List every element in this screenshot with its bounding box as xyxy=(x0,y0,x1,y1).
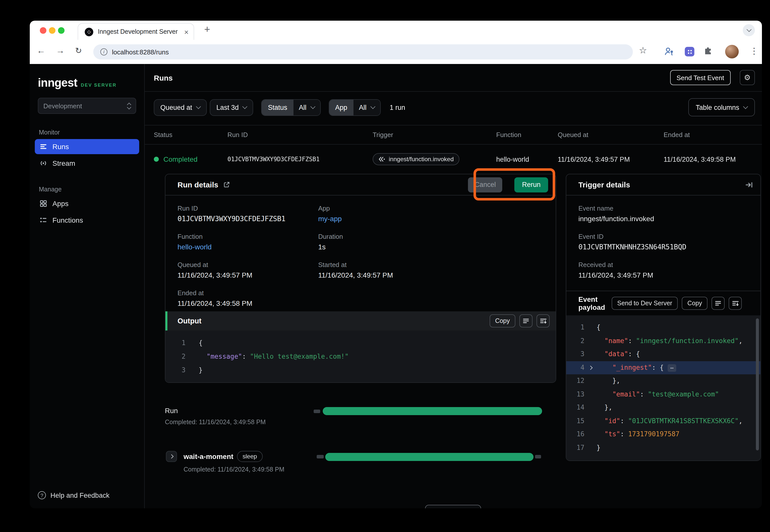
lines-icon xyxy=(715,301,721,306)
browser-tab[interactable]: ◇ Inngest Development Server × xyxy=(78,23,194,40)
sidebar-item-label: Runs xyxy=(52,143,69,151)
chevron-down-icon xyxy=(196,104,201,109)
maximize-window-button[interactable] xyxy=(58,27,64,34)
tab-strip: ◇ Inngest Development Server × + xyxy=(30,21,762,40)
partial-bottom-button[interactable] xyxy=(425,505,481,508)
code-line: 12 }, xyxy=(566,374,760,388)
sidebar-item-label: Functions xyxy=(52,216,83,224)
sidebar-item-stream[interactable]: Stream xyxy=(35,156,139,171)
col-queued-at: Queued at xyxy=(558,131,664,139)
wrap-lines-button[interactable] xyxy=(712,297,725,310)
scroll-bottom-button[interactable] xyxy=(536,314,549,327)
app-filter[interactable]: App All xyxy=(329,99,380,116)
environment-select[interactable]: Development xyxy=(38,98,136,114)
run-details-title: Run details xyxy=(177,180,218,189)
reload-button[interactable]: ↻ xyxy=(75,46,82,55)
expand-chevron-icon[interactable] xyxy=(589,365,593,370)
output-section: Output Copy 1{ 2 "message": "Hello test@… xyxy=(165,311,556,382)
event-icon xyxy=(378,156,385,162)
open-external-icon[interactable] xyxy=(224,181,230,188)
chevron-down-icon xyxy=(743,104,748,109)
run-status: Completed xyxy=(154,155,228,163)
manage-section-label: Manage xyxy=(39,186,135,193)
sidebar-item-runs[interactable]: Runs xyxy=(35,139,139,154)
cancel-button[interactable]: Cancel xyxy=(468,177,502,192)
sidebar-item-label: Apps xyxy=(52,199,69,208)
col-ended-at: Ended at xyxy=(664,131,762,139)
function-link[interactable]: hello-world xyxy=(177,243,318,251)
status-dot-icon xyxy=(154,157,159,162)
time-range-value: Last 3d xyxy=(216,104,239,111)
close-window-button[interactable] xyxy=(40,27,46,34)
logo-row: inngest DEV SERVER xyxy=(30,77,144,89)
help-icon: ? xyxy=(38,491,46,499)
send-test-event-button[interactable]: Send Test Event xyxy=(670,70,731,85)
collapsed-ellipsis[interactable]: ⋯ xyxy=(668,364,676,372)
code-line: 16 "ts": 1731790197587 xyxy=(566,428,760,441)
extensions-puzzle-icon[interactable] xyxy=(703,47,713,58)
timeline-tick xyxy=(314,410,320,413)
event-payload-header: Event payload Send to Dev Server Copy xyxy=(566,291,760,315)
col-trigger: Trigger xyxy=(373,131,496,139)
extension-badge-icon[interactable] xyxy=(685,47,694,56)
duration-value: 1s xyxy=(318,243,547,251)
received-at-value: 11/16/2024, 3:49:57 PM xyxy=(579,271,750,279)
payload-scrollbar[interactable] xyxy=(756,318,759,450)
runs-icon xyxy=(39,143,47,151)
page-header: Runs Send Test Event ⚙ xyxy=(145,64,762,92)
output-copy-button[interactable]: Copy xyxy=(490,314,515,327)
forward-button[interactable]: → xyxy=(56,46,64,56)
new-tab-button[interactable]: + xyxy=(204,24,210,35)
address-field[interactable]: i localhost:8288/runs xyxy=(93,44,633,59)
sidebar-item-apps[interactable]: Apps xyxy=(35,196,139,211)
browser-menu-kebab-icon[interactable]: ⋮ xyxy=(750,46,758,56)
rerun-button[interactable]: Rerun xyxy=(514,177,548,192)
collapsed-code-line[interactable]: 4 "_inngest": {⋯ xyxy=(566,361,760,374)
run-details-panel: Run details Cancel Rerun Run ID01JCVBTMV… xyxy=(165,174,556,383)
settings-gear-button[interactable]: ⚙ xyxy=(740,70,755,85)
browser-window: ◇ Inngest Development Server × + ← → ↻ i… xyxy=(30,21,762,508)
run-duration-bar[interactable] xyxy=(323,407,542,415)
send-to-dev-server-button[interactable]: Send to Dev Server xyxy=(612,297,678,310)
wrap-lines-button[interactable] xyxy=(519,314,532,327)
bookmark-star-icon[interactable]: ☆ xyxy=(639,45,647,56)
profile-avatar[interactable] xyxy=(725,45,739,58)
table-columns-button[interactable]: Table columns xyxy=(688,98,755,116)
code-line: 1{ xyxy=(165,336,556,350)
scroll-bottom-button[interactable] xyxy=(729,297,742,310)
stream-icon xyxy=(39,159,47,167)
step-completed-text: Completed: 11/16/2024, 3:49:58 PM xyxy=(183,466,284,473)
run-fields: Run ID01JCVBTMV3WXY9D3CFDEJFZSB1 Appmy-a… xyxy=(165,195,556,307)
tab-close-icon[interactable]: × xyxy=(184,28,188,36)
site-info-icon[interactable]: i xyxy=(100,48,107,55)
help-and-feedback[interactable]: ? Help and Feedback xyxy=(38,491,109,499)
trigger-badge[interactable]: inngest/function.invoked xyxy=(373,153,459,165)
tab-search-button[interactable] xyxy=(743,24,755,36)
status-filter[interactable]: Status All xyxy=(262,99,321,116)
status-filter-value[interactable]: All xyxy=(293,99,320,115)
app-label: App xyxy=(318,205,547,212)
run-id-label: Run ID xyxy=(177,205,318,212)
app-link[interactable]: my-app xyxy=(318,215,547,223)
app-filter-value[interactable]: All xyxy=(353,99,380,115)
code-line: 15 "id": "01JCVBTMTKR41S8STTKEXSKX6C", xyxy=(566,414,760,428)
sidebar-item-functions[interactable]: Functions xyxy=(35,213,139,228)
minimize-window-button[interactable] xyxy=(49,27,55,34)
received-at-label: Received at xyxy=(579,261,750,269)
collapse-panel-icon[interactable] xyxy=(745,181,753,188)
event-payload-title: Event payload xyxy=(579,295,608,311)
queued-at-cell: 11/16/2024, 3:49:57 PM xyxy=(558,155,664,163)
expand-step-button[interactable] xyxy=(166,451,177,462)
passkey-icon[interactable] xyxy=(664,46,674,58)
step-duration-bar[interactable] xyxy=(325,453,533,461)
payload-copy-button[interactable]: Copy xyxy=(682,297,708,310)
filter-bar: Queued at Last 3d Status All App All 1 r… xyxy=(145,96,762,119)
table-row[interactable]: Completed 01JCVBTMV3WXY9D3CFDEJFZSB1 inn… xyxy=(145,145,762,174)
time-range-dropdown[interactable]: Last 3d xyxy=(210,99,254,116)
ended-at-cell: 11/16/2024, 3:49:58 PM xyxy=(664,155,762,163)
step-name: wait-a-moment xyxy=(183,452,234,460)
queued-at-dropdown[interactable]: Queued at xyxy=(154,99,207,116)
back-button[interactable]: ← xyxy=(37,46,45,56)
chevron-down-icon xyxy=(310,104,315,109)
output-title: Output xyxy=(177,317,202,325)
